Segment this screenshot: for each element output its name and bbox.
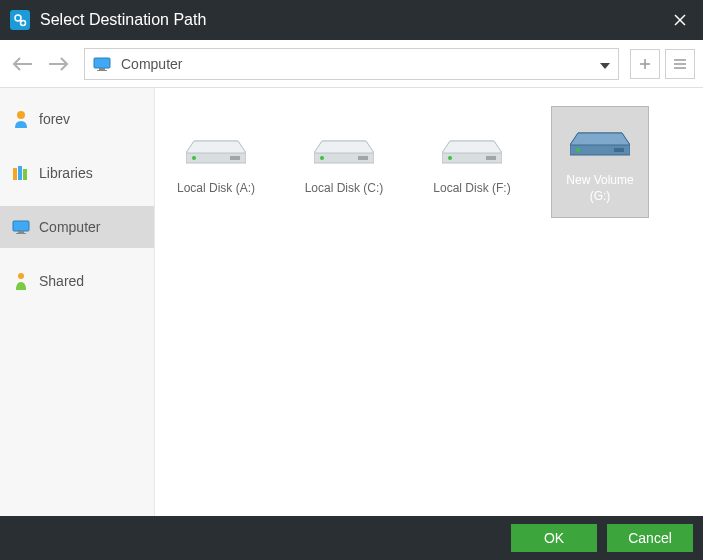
hdd-icon: [570, 119, 630, 159]
sidebar-item-shared[interactable]: Shared: [0, 260, 154, 302]
footer: OK Cancel: [0, 516, 703, 560]
titlebar: Select Destination Path: [0, 0, 703, 40]
toolbar: Computer: [0, 40, 703, 88]
user-icon: [12, 110, 30, 128]
drive-item[interactable]: Local Disk (A:): [167, 106, 265, 218]
svg-point-26: [192, 156, 196, 160]
svg-point-23: [18, 273, 24, 279]
svg-marker-10: [600, 63, 610, 69]
hdd-icon: [442, 127, 502, 167]
path-dropdown-icon[interactable]: [600, 56, 610, 72]
sidebar-item-label: Libraries: [39, 165, 93, 181]
path-bar[interactable]: Computer: [84, 48, 619, 80]
path-label: Computer: [121, 56, 182, 72]
drive-grid: Local Disk (A:) Local Disk (C:): [155, 88, 703, 516]
hdd-icon: [314, 127, 374, 167]
svg-marker-37: [570, 133, 630, 145]
sidebar-item-user[interactable]: forev: [0, 98, 154, 140]
sidebar-item-label: Shared: [39, 273, 84, 289]
sidebar-item-libraries[interactable]: Libraries: [0, 152, 154, 194]
new-folder-button[interactable]: [630, 49, 660, 79]
svg-rect-31: [358, 156, 368, 160]
svg-marker-29: [314, 141, 374, 153]
cancel-button[interactable]: Cancel: [607, 524, 693, 552]
svg-marker-33: [442, 141, 502, 153]
svg-rect-8: [99, 68, 105, 70]
sidebar-item-label: Computer: [39, 219, 100, 235]
forward-button[interactable]: [43, 49, 73, 79]
svg-rect-22: [16, 233, 26, 234]
sidebar-item-computer[interactable]: Computer: [0, 206, 154, 248]
drive-item[interactable]: New Volume (G:): [551, 106, 649, 218]
svg-point-34: [448, 156, 452, 160]
view-list-button[interactable]: [665, 49, 695, 79]
drive-item[interactable]: Local Disk (F:): [423, 106, 521, 218]
computer-icon: [12, 218, 30, 236]
svg-marker-25: [186, 141, 246, 153]
sidebar-item-label: forev: [39, 111, 70, 127]
svg-rect-35: [486, 156, 496, 160]
svg-rect-18: [18, 166, 22, 180]
svg-rect-9: [97, 70, 107, 71]
drive-label: Local Disk (C:): [305, 181, 384, 197]
svg-rect-39: [614, 148, 624, 152]
shared-icon: [12, 272, 30, 290]
svg-point-30: [320, 156, 324, 160]
drive-label: Local Disk (A:): [177, 181, 255, 197]
svg-rect-21: [18, 231, 24, 233]
svg-rect-7: [94, 58, 110, 68]
computer-icon: [93, 57, 111, 71]
svg-rect-17: [13, 168, 17, 180]
svg-point-38: [576, 148, 580, 152]
hdd-icon: [186, 127, 246, 167]
svg-point-16: [17, 111, 25, 119]
close-button[interactable]: [657, 0, 703, 40]
drive-item[interactable]: Local Disk (C:): [295, 106, 393, 218]
svg-rect-27: [230, 156, 240, 160]
drive-label: Local Disk (F:): [433, 181, 510, 197]
libraries-icon: [12, 164, 30, 182]
svg-rect-20: [13, 221, 29, 231]
svg-rect-19: [23, 169, 27, 180]
back-button[interactable]: [8, 49, 38, 79]
ok-button[interactable]: OK: [511, 524, 597, 552]
window-title: Select Destination Path: [40, 11, 647, 29]
drive-label: New Volume (G:): [558, 173, 642, 204]
sidebar: forev Libraries Computer: [0, 88, 155, 516]
app-icon: [10, 10, 30, 30]
